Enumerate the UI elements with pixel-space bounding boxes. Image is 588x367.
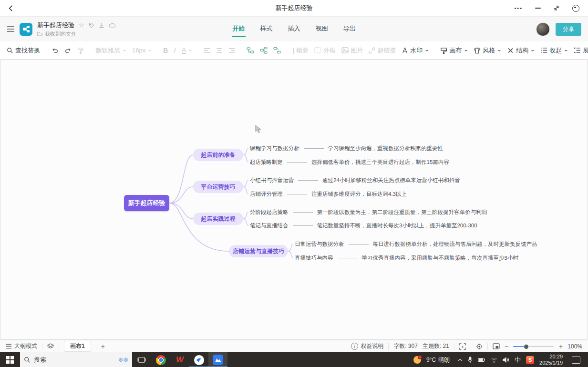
mindmap-leaf-note[interactable]: 第一阶段以数量为主，第二阶段注重质量，第三阶段提升客单价与利润 bbox=[317, 209, 487, 216]
bold-button[interactable]: B bbox=[163, 47, 168, 54]
mindmap-branch-node[interactable]: 店铺运营与直播技巧 bbox=[229, 245, 288, 257]
record-icon[interactable] bbox=[572, 5, 579, 12]
mindmap-leaf-row[interactable]: 起店策略制定选择偏低客单价，挑选三个类目进行起店，制作15篇内容 bbox=[250, 158, 449, 166]
taskbar-chrome-icon[interactable] bbox=[151, 352, 170, 367]
mindmap-leaf-note[interactable]: 注重店铺多维度评分，目标达到4.3以上 bbox=[311, 191, 407, 198]
taskbar-dingtalk-icon[interactable] bbox=[189, 352, 208, 367]
canvas-dropdown[interactable]: 画布 bbox=[440, 46, 468, 55]
mindmap-leaf-row[interactable]: 课程学习与数据分析学习课程至少两遍，重视数据分析积累的重要性 bbox=[250, 144, 443, 152]
tab-style[interactable]: 样式 bbox=[260, 21, 273, 37]
zoom-slider[interactable] bbox=[513, 346, 554, 347]
start-button[interactable] bbox=[0, 352, 20, 367]
weather-icon[interactable] bbox=[413, 356, 421, 364]
mindmap-leaf-label[interactable]: 笔记与直播结合 bbox=[250, 222, 289, 229]
locate-center-button[interactable] bbox=[476, 343, 483, 350]
insert-relation-button[interactable] bbox=[273, 47, 281, 54]
italic-button[interactable]: I bbox=[174, 47, 176, 54]
download-icon[interactable] bbox=[99, 22, 104, 28]
format-painter-button[interactable] bbox=[77, 47, 84, 54]
font-size-dropdown[interactable]: 16px bbox=[132, 47, 152, 54]
image-button[interactable]: 图片 bbox=[341, 46, 363, 55]
more-options-icon[interactable]: ••• bbox=[514, 5, 523, 11]
find-replace-button[interactable]: 查找替换 bbox=[7, 46, 40, 55]
hamburger-menu-icon[interactable] bbox=[7, 26, 15, 32]
mindmap-leaf-note[interactable]: 学习优秀直播内容，采用露脸与不露脸策略，每次直播至少3小时 bbox=[362, 255, 518, 262]
favorite-star-icon[interactable]: ☆ bbox=[79, 21, 84, 29]
expand-dropdown[interactable]: 展开 bbox=[574, 46, 588, 55]
tray-expand-caret[interactable] bbox=[458, 358, 463, 362]
microphone-icon[interactable] bbox=[468, 357, 473, 363]
weather-desc[interactable]: 晴朗 bbox=[438, 356, 450, 364]
taskbar-clock[interactable]: 20:29 2025/1/19 bbox=[539, 354, 563, 366]
tab-insert[interactable]: 插入 bbox=[288, 21, 301, 37]
battery-icon[interactable] bbox=[478, 357, 485, 362]
minimize-icon[interactable] bbox=[535, 8, 541, 9]
add-canvas-button[interactable]: + bbox=[101, 343, 105, 350]
zoom-in-button[interactable]: + bbox=[559, 343, 563, 350]
mindmap-leaf-label[interactable]: 直播技巧与内容 bbox=[295, 255, 333, 262]
wifi-icon[interactable] bbox=[491, 357, 497, 363]
rights-info-link[interactable]: i 权益说明 bbox=[351, 342, 383, 350]
document-location[interactable]: 我收到的文件 bbox=[45, 31, 76, 38]
summary-button[interactable]: } 概要 bbox=[292, 46, 309, 55]
watermark-dropdown[interactable]: 水印 bbox=[402, 46, 429, 55]
style-dropdown[interactable]: 风格 bbox=[474, 46, 501, 55]
mindmap-leaf-row[interactable]: 小红书与抖音运营通过24小时加够粉丝和关注热点榜单来运营小红书和抖音 bbox=[250, 176, 460, 184]
font-family-dropdown[interactable]: 微软雅黑 bbox=[95, 46, 126, 55]
align-center-button[interactable] bbox=[216, 48, 223, 53]
taskbar-search-box[interactable]: 搜索 ❄❄ bbox=[20, 352, 132, 367]
ime-indicator[interactable]: 中 bbox=[515, 356, 521, 364]
user-avatar[interactable] bbox=[536, 22, 550, 36]
font-color-dropdown[interactable]: A bbox=[182, 47, 192, 54]
mindmap-leaf-label[interactable]: 店铺评分管理 bbox=[250, 191, 283, 198]
mindmap-leaf-note[interactable]: 笔记数量坚持不断，直播时长每次3小时以上，提升单量至200-300 bbox=[317, 222, 477, 229]
weather-temp[interactable]: 9°C bbox=[426, 357, 436, 363]
structure-dropdown[interactable]: 结构 bbox=[507, 46, 535, 55]
undo-button[interactable] bbox=[52, 47, 59, 54]
zoom-slider-handle[interactable] bbox=[524, 344, 529, 349]
align-right-button[interactable] bbox=[228, 48, 235, 53]
cloud-sync-icon[interactable] bbox=[109, 22, 115, 28]
mindmap-leaf-row[interactable]: 分阶段起店策略第一阶段以数量为主，第二阶段注重质量，第三阶段提升客单价与利润 bbox=[250, 208, 487, 216]
volume-icon[interactable] bbox=[503, 357, 509, 363]
tab-start[interactable]: 开始 bbox=[232, 21, 246, 37]
mindmap-leaf-row[interactable]: 日常运营与数据分析每日进行数据榜单分析，处理物流与售后问题，及时更新负反馈产品 bbox=[295, 240, 537, 248]
mindmap-leaf-label[interactable]: 起店策略制定 bbox=[250, 159, 283, 166]
mindmap-leaf-note[interactable]: 选择偏低客单价，挑选三个类目进行起店，制作15篇内容 bbox=[311, 159, 449, 166]
tab-export[interactable]: 导出 bbox=[343, 21, 356, 37]
mindmap-leaf-note[interactable]: 每日进行数据榜单分析，处理物流与售后问题，及时更新负反馈产品 bbox=[373, 241, 537, 248]
canvas-tab-1[interactable]: 画布1 bbox=[64, 341, 91, 352]
task-view-button[interactable] bbox=[132, 352, 151, 367]
mindmap-leaf-label[interactable]: 分阶段起店策略 bbox=[250, 209, 289, 216]
mindmap-branch-node[interactable]: 起店前的准备 bbox=[193, 149, 243, 161]
back-button[interactable] bbox=[8, 5, 15, 12]
align-left-button[interactable] bbox=[204, 48, 210, 53]
mindmap-leaf-note[interactable]: 通过24小时加够粉丝和关注热点榜单来运营小红书和抖音 bbox=[322, 177, 460, 184]
document-title[interactable]: 新手起店经验 bbox=[37, 21, 74, 30]
mindmap-branch-node[interactable]: 起店实践过程 bbox=[193, 213, 243, 225]
fit-screen-button[interactable] bbox=[459, 343, 466, 350]
redo-button[interactable] bbox=[64, 47, 72, 54]
mindmap-leaf-note[interactable]: 学习课程至少两遍，重视数据分析积累的重要性 bbox=[328, 145, 444, 152]
restore-window-icon[interactable] bbox=[553, 5, 560, 11]
outer-frame-button[interactable]: 外框 bbox=[314, 46, 336, 55]
taskbar-wps-icon[interactable]: W bbox=[170, 352, 189, 367]
notification-center-icon[interactable] bbox=[572, 357, 580, 364]
mindmap-leaf-label[interactable]: 小红书与抖音运营 bbox=[250, 177, 294, 184]
zoom-out-button[interactable]: − bbox=[505, 343, 508, 350]
outline-mode-button[interactable]: 大纲模式 bbox=[6, 342, 37, 350]
mindmap-branch-node[interactable]: 平台运营技巧 bbox=[193, 181, 243, 193]
tag-icon[interactable] bbox=[89, 22, 94, 28]
tab-view[interactable]: 视图 bbox=[315, 21, 329, 37]
layers-button[interactable] bbox=[47, 343, 54, 349]
mindmap-leaf-row[interactable]: 笔记与直播结合笔记数量坚持不断，直播时长每次3小时以上，提升单量至200-300 bbox=[250, 222, 477, 229]
mindmap-leaf-label[interactable]: 日常运营与数据分析 bbox=[295, 241, 344, 248]
insert-child-topic-button[interactable] bbox=[260, 47, 268, 54]
mindmap-leaf-label[interactable]: 课程学习与数据分析 bbox=[250, 145, 299, 152]
minimap-button[interactable] bbox=[493, 343, 500, 349]
share-button[interactable]: 分享 bbox=[556, 23, 581, 36]
insert-sibling-topic-button[interactable] bbox=[247, 47, 254, 54]
sogou-input-icon[interactable]: S bbox=[526, 356, 534, 364]
taskbar-treemind-icon[interactable] bbox=[208, 352, 227, 367]
collapse-dropdown[interactable]: 收起 bbox=[540, 46, 568, 55]
